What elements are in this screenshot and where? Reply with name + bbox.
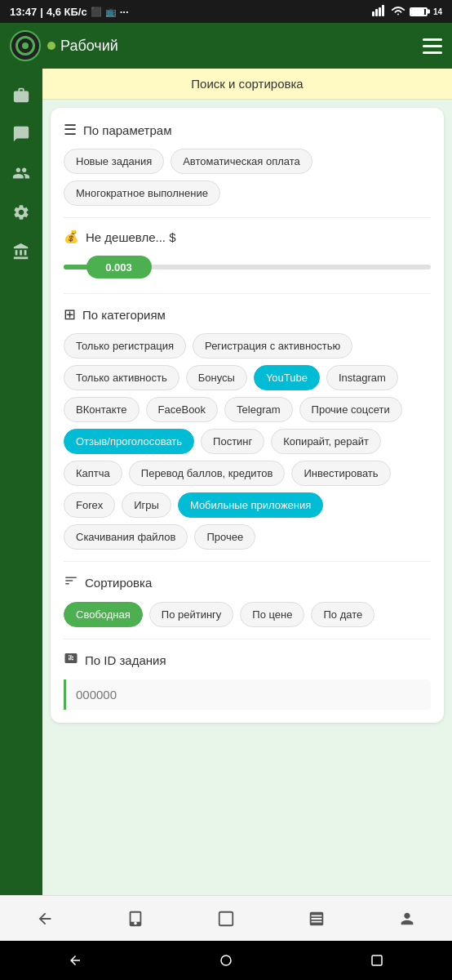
sort-date[interactable]: По дате [311,602,374,627]
id-input-field[interactable] [64,679,431,710]
id-section-label: По ID задания [85,653,166,667]
online-indicator [47,42,55,50]
money-icon: 💰 [64,229,79,244]
battery-percent: 14 [433,7,442,16]
svg-rect-0 [372,11,374,16]
time: 13:47 [10,6,37,18]
sort-icon [64,573,78,592]
divider-3 [64,561,431,562]
android-back[interactable] [57,942,93,978]
app-logo [10,30,41,61]
svg-rect-1 [375,9,378,16]
tag-facebook[interactable]: FaceBook [146,397,219,422]
svg-rect-3 [382,5,384,16]
tag-telegram[interactable]: Telegram [224,397,292,422]
param-section-title: ☰ По параметрам [64,121,431,139]
svg-point-5 [221,956,231,965]
data-icon: ⬛ [91,7,102,17]
tag-games[interactable]: Игры [122,492,171,518]
sidebar-item-chat[interactable] [5,118,38,150]
status-bar: 13:47 | 4,6 КБ/с ⬛ 📺 ··· 14 [0,0,452,23]
tag-copywriting[interactable]: Копирайт, рерайт [271,429,381,454]
tag-reg-active[interactable]: Регистрация с активностью [193,333,352,359]
svg-rect-6 [372,956,382,965]
tag-auto-payment[interactable]: Автоматическая оплата [171,149,312,174]
category-tags-row: Только регистрация Регистрация с активно… [64,333,431,550]
bottom-nav-profile[interactable] [387,901,428,937]
price-label: 💰 Не дешевле... $ [64,229,431,244]
id-section: По ID задания [64,651,431,710]
divider-1 [64,217,431,218]
status-right: 14 [372,5,442,19]
category-section-label: По категориям [82,308,166,322]
speed: | [40,6,43,18]
svg-rect-2 [379,7,381,16]
sidebar-item-bank[interactable] [5,235,38,268]
sort-section-title: Сортировка [64,573,431,592]
battery-icon [410,7,428,16]
divider-4 [64,639,431,639]
bottom-nav [0,895,452,941]
sort-section: Сортировка Свободная По рейтингу По цене… [64,573,431,627]
bottom-nav-back[interactable] [24,901,65,937]
android-recents[interactable] [359,942,395,978]
price-slider[interactable]: 0.003 [64,252,431,282]
nav-title: Рабочий [47,38,118,55]
sidebar-item-briefcase[interactable] [5,78,38,111]
sort-section-label: Сортировка [85,576,152,590]
top-nav: Рабочий [0,23,452,69]
android-home[interactable] [208,942,244,978]
sort-rating[interactable]: По рейтингу [149,602,234,627]
param-section-label: По параметрам [83,123,171,137]
search-sort-title: Поиск и сортировка [191,77,303,91]
price-section: 💰 Не дешевле... $ 0.003 [64,229,431,282]
tag-captcha[interactable]: Каптча [64,461,122,486]
tag-mobile-apps[interactable]: Мобильные приложения [178,492,323,518]
svg-rect-4 [219,911,233,925]
twitch-icon: 📺 [105,7,117,17]
tag-vkontakte[interactable]: ВКонтакте [64,397,140,422]
filter-panel: ☰ По параметрам Новые задания Автоматиче… [51,108,444,723]
more-icon: ··· [120,6,129,18]
signal-icon [372,5,387,19]
sort-price[interactable]: По цене [240,602,304,627]
main-content: Поиск и сортировка ☰ По параметрам Новые… [42,69,452,895]
workspace-title: Рабочий [60,38,118,55]
bottom-nav-home[interactable] [206,901,246,937]
price-thumb[interactable]: 0.003 [86,256,152,278]
tag-posting[interactable]: Постинг [201,429,264,454]
tag-review[interactable]: Отзыв/проголосовать [64,429,194,454]
tag-activity-only[interactable]: Только активность [64,365,179,390]
tag-forex[interactable]: Forex [64,492,115,518]
status-left: 13:47 | 4,6 КБ/с ⬛ 📺 ··· [10,6,129,18]
category-icon: ⊞ [64,305,76,323]
price-label-text: Не дешевле... $ [86,230,176,244]
wifi-icon [391,5,405,19]
sidebar-item-settings[interactable] [5,196,38,229]
tag-transfer-points[interactable]: Перевод баллов, кредитов [129,461,286,486]
tag-other-social[interactable]: Прочие соцсети [299,397,402,422]
tag-youtube[interactable]: YouTube [254,365,320,390]
tag-bonus[interactable]: Бонусы [186,365,247,390]
tag-new-tasks[interactable]: Новые задания [64,149,164,174]
divider-2 [64,293,431,294]
android-nav [0,941,452,980]
id-section-title: По ID задания [64,651,431,670]
sort-free[interactable]: Свободная [64,602,143,627]
tag-invest[interactable]: Инвестировать [291,461,390,486]
sidebar-item-users[interactable] [5,157,38,189]
hamburger-menu[interactable] [423,38,442,54]
param-tags-row: Новые задания Автоматическая оплата Мног… [64,149,431,206]
network-speed: 4,6 КБ/с [47,6,87,18]
tag-multiple[interactable]: Многократное выполнение [64,180,220,206]
tag-downloads[interactable]: Скачивания файлов [64,524,188,550]
bottom-nav-inbox[interactable] [296,901,337,937]
sidebar [0,69,42,895]
param-icon: ☰ [64,121,77,139]
tag-instagram[interactable]: Instagram [326,365,398,390]
tag-other[interactable]: Прочее [194,524,255,550]
price-value: 0.003 [105,261,132,274]
tag-reg-only[interactable]: Только регистрация [64,333,186,359]
bottom-nav-book[interactable] [115,901,156,937]
category-section-title: ⊞ По категориям [64,305,431,323]
